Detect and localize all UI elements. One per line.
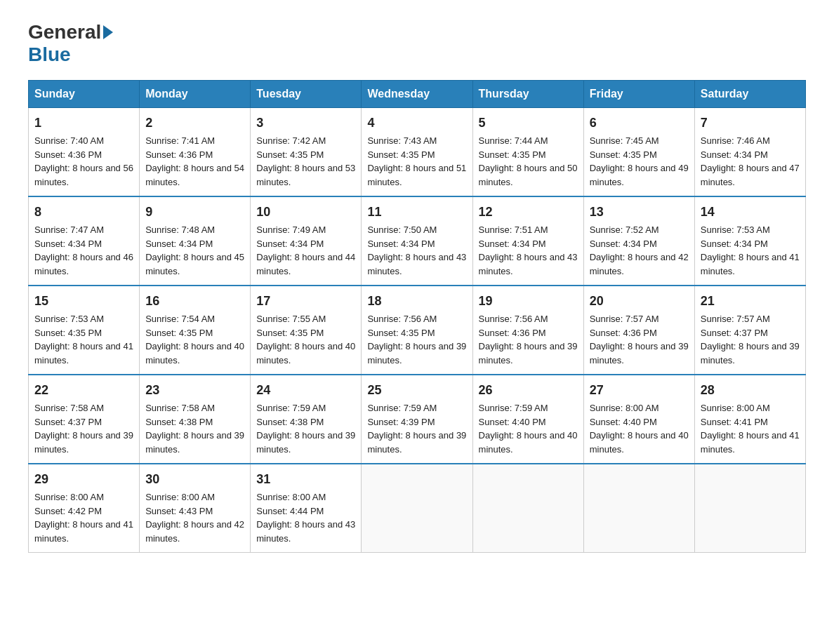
sunset-text: Sunset: 4:34 PM — [367, 239, 435, 249]
sunset-text: Sunset: 4:34 PM — [34, 239, 102, 249]
header-wednesday: Wednesday — [362, 81, 472, 108]
day-number: 14 — [701, 203, 800, 222]
sunset-text: Sunset: 4:39 PM — [367, 417, 435, 427]
day-number: 23 — [145, 381, 244, 400]
sunrise-text: Sunrise: 7:40 AM — [34, 135, 104, 146]
day-number: 16 — [145, 292, 244, 311]
calendar-cell: 2Sunrise: 7:41 AMSunset: 4:36 PMDaylight… — [140, 108, 251, 197]
sunrise-text: Sunrise: 8:00 AM — [256, 492, 326, 502]
daylight-text: Daylight: 8 hours and 44 minutes. — [256, 252, 355, 276]
week-row-4: 22Sunrise: 7:58 AMSunset: 4:37 PMDayligh… — [29, 375, 806, 464]
daylight-text: Daylight: 8 hours and 46 minutes. — [34, 252, 133, 276]
sunrise-text: Sunrise: 7:54 AM — [145, 314, 215, 324]
sunrise-text: Sunrise: 7:47 AM — [34, 224, 104, 235]
sunrise-text: Sunrise: 7:42 AM — [256, 135, 326, 146]
sunset-text: Sunset: 4:35 PM — [367, 328, 435, 338]
header-monday: Monday — [140, 81, 251, 108]
sunset-text: Sunset: 4:37 PM — [34, 417, 102, 427]
sunrise-text: Sunrise: 7:59 AM — [256, 403, 326, 413]
daylight-text: Daylight: 8 hours and 39 minutes. — [701, 341, 800, 365]
week-row-1: 1Sunrise: 7:40 AMSunset: 4:36 PMDaylight… — [29, 108, 806, 197]
sunrise-text: Sunrise: 7:55 AM — [256, 314, 326, 324]
sunset-text: Sunset: 4:42 PM — [34, 506, 102, 516]
day-number: 29 — [34, 470, 133, 489]
day-number: 12 — [479, 203, 578, 222]
daylight-text: Daylight: 8 hours and 53 minutes. — [256, 163, 355, 187]
day-number: 31 — [256, 470, 355, 489]
sunset-text: Sunset: 4:35 PM — [367, 149, 435, 160]
sunset-text: Sunset: 4:35 PM — [256, 149, 324, 160]
header-tuesday: Tuesday — [251, 81, 362, 108]
calendar-cell: 10Sunrise: 7:49 AMSunset: 4:34 PMDayligh… — [251, 196, 362, 286]
calendar-header-row: SundayMondayTuesdayWednesdayThursdayFrid… — [29, 81, 806, 108]
sunrise-text: Sunrise: 7:57 AM — [701, 314, 770, 324]
sunrise-text: Sunrise: 7:56 AM — [479, 314, 548, 324]
daylight-text: Daylight: 8 hours and 45 minutes. — [145, 252, 244, 276]
header-friday: Friday — [583, 81, 694, 108]
sunrise-text: Sunrise: 7:48 AM — [145, 224, 215, 235]
week-row-5: 29Sunrise: 8:00 AMSunset: 4:42 PMDayligh… — [29, 464, 806, 553]
day-number: 24 — [256, 381, 355, 400]
sunset-text: Sunset: 4:35 PM — [145, 328, 213, 338]
calendar-cell: 6Sunrise: 7:45 AMSunset: 4:35 PMDaylight… — [583, 108, 694, 197]
calendar-cell: 28Sunrise: 8:00 AMSunset: 4:41 PMDayligh… — [694, 375, 805, 464]
daylight-text: Daylight: 8 hours and 39 minutes. — [256, 430, 355, 455]
sunrise-text: Sunrise: 7:44 AM — [479, 135, 548, 146]
sunrise-text: Sunrise: 7:53 AM — [701, 224, 770, 235]
calendar-cell: 21Sunrise: 7:57 AMSunset: 4:37 PMDayligh… — [694, 286, 805, 375]
daylight-text: Daylight: 8 hours and 49 minutes. — [590, 163, 689, 187]
daylight-text: Daylight: 8 hours and 54 minutes. — [145, 163, 244, 187]
sunrise-text: Sunrise: 7:52 AM — [590, 224, 659, 235]
sunrise-text: Sunrise: 7:43 AM — [367, 135, 437, 146]
daylight-text: Daylight: 8 hours and 51 minutes. — [367, 163, 466, 187]
calendar-cell: 14Sunrise: 7:53 AMSunset: 4:34 PMDayligh… — [694, 196, 805, 286]
sunrise-text: Sunrise: 7:49 AM — [256, 224, 326, 235]
calendar-cell: 1Sunrise: 7:40 AMSunset: 4:36 PMDaylight… — [29, 108, 140, 197]
calendar-cell: 3Sunrise: 7:42 AMSunset: 4:35 PMDaylight… — [251, 108, 362, 197]
sunset-text: Sunset: 4:34 PM — [701, 149, 768, 160]
daylight-text: Daylight: 8 hours and 40 minutes. — [590, 430, 689, 455]
day-number: 25 — [367, 381, 466, 400]
sunset-text: Sunset: 4:35 PM — [256, 328, 324, 338]
calendar-cell: 25Sunrise: 7:59 AMSunset: 4:39 PMDayligh… — [362, 375, 472, 464]
sunset-text: Sunset: 4:34 PM — [256, 239, 324, 249]
calendar-cell: 8Sunrise: 7:47 AMSunset: 4:34 PMDaylight… — [29, 196, 140, 286]
daylight-text: Daylight: 8 hours and 39 minutes. — [145, 430, 244, 455]
day-number: 15 — [34, 292, 133, 311]
daylight-text: Daylight: 8 hours and 40 minutes. — [145, 341, 244, 365]
day-number: 2 — [145, 114, 244, 133]
daylight-text: Daylight: 8 hours and 43 minutes. — [367, 252, 466, 276]
sunrise-text: Sunrise: 7:51 AM — [479, 224, 548, 235]
calendar-cell: 19Sunrise: 7:56 AMSunset: 4:36 PMDayligh… — [472, 286, 583, 375]
page-header: General Blue — [28, 21, 806, 66]
calendar-cell: 24Sunrise: 7:59 AMSunset: 4:38 PMDayligh… — [251, 375, 362, 464]
sunrise-text: Sunrise: 7:59 AM — [479, 403, 548, 413]
logo-general-text: General — [28, 21, 101, 43]
sunset-text: Sunset: 4:40 PM — [479, 417, 546, 427]
daylight-text: Daylight: 8 hours and 39 minutes. — [479, 341, 578, 365]
calendar-cell: 31Sunrise: 8:00 AMSunset: 4:44 PMDayligh… — [251, 464, 362, 553]
calendar-cell — [472, 464, 583, 553]
sunset-text: Sunset: 4:34 PM — [590, 239, 657, 249]
day-number: 9 — [145, 203, 244, 222]
day-number: 17 — [256, 292, 355, 311]
sunrise-text: Sunrise: 7:45 AM — [590, 135, 659, 146]
daylight-text: Daylight: 8 hours and 43 minutes. — [256, 519, 355, 544]
sunset-text: Sunset: 4:43 PM — [145, 506, 213, 516]
day-number: 22 — [34, 381, 133, 400]
day-number: 8 — [34, 203, 133, 222]
sunset-text: Sunset: 4:34 PM — [479, 239, 546, 249]
calendar-cell: 20Sunrise: 7:57 AMSunset: 4:36 PMDayligh… — [583, 286, 694, 375]
sunset-text: Sunset: 4:34 PM — [145, 239, 213, 249]
calendar-cell: 11Sunrise: 7:50 AMSunset: 4:34 PMDayligh… — [362, 196, 472, 286]
daylight-text: Daylight: 8 hours and 41 minutes. — [34, 519, 133, 544]
sunset-text: Sunset: 4:36 PM — [34, 149, 102, 160]
calendar-cell: 26Sunrise: 7:59 AMSunset: 4:40 PMDayligh… — [472, 375, 583, 464]
calendar-cell: 5Sunrise: 7:44 AMSunset: 4:35 PMDaylight… — [472, 108, 583, 197]
daylight-text: Daylight: 8 hours and 41 minutes. — [701, 430, 800, 455]
day-number: 5 — [479, 114, 578, 133]
header-saturday: Saturday — [694, 81, 805, 108]
daylight-text: Daylight: 8 hours and 40 minutes. — [256, 341, 355, 365]
day-number: 13 — [590, 203, 689, 222]
daylight-text: Daylight: 8 hours and 39 minutes. — [367, 430, 466, 455]
